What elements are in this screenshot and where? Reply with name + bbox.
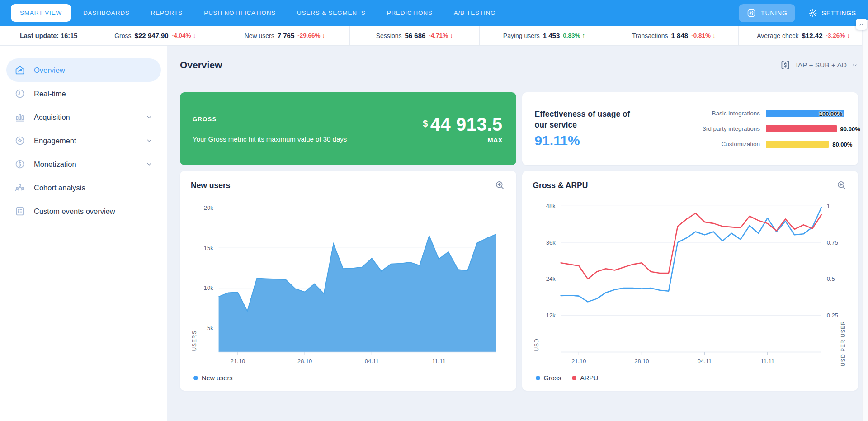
stat-item: Sessions 56 686 -4.71%↓: [349, 26, 479, 45]
legend-dot-icon: [536, 376, 540, 380]
sidebar-item-icon: [14, 64, 26, 76]
sidebar-item-icon: [14, 182, 26, 194]
effectiveness-row: 3rd party integrations 90.00%: [650, 125, 845, 132]
scrollbar-track[interactable]: [862, 20, 868, 421]
new-users-area-chart: 5k10k15k20k21.1028.1004.1111.11USERS: [191, 194, 505, 373]
stat-item: New users 7 765 -29.66%↓: [220, 26, 349, 45]
gross-arpu-chart-card: Gross & ARPU 12k24k36k48k0.250.50.75121.…: [522, 171, 859, 391]
nav-tab[interactable]: PREDICTIONS: [378, 4, 442, 22]
sidebar-item-icon: [14, 158, 26, 170]
zoom-in-icon[interactable]: [495, 180, 505, 191]
sidebar-item-label: Overview: [34, 66, 65, 75]
sidebar-item[interactable]: Engagement: [6, 129, 161, 152]
sidebar-item[interactable]: Cohort analysis: [6, 176, 161, 199]
page-title: Overview: [180, 60, 222, 71]
delta-arrow-icon: ↓: [450, 32, 453, 39]
svg-text:21.10: 21.10: [231, 358, 245, 364]
charts-row: New users 5k10k15k20k21.1028.1004.1111.1…: [180, 171, 858, 391]
sidebar-item-label: Acquisition: [34, 113, 70, 122]
nav-right: TUNING SETTINGS: [739, 4, 856, 22]
stat-delta: -4.71%↓: [429, 32, 453, 39]
sidebar: Overview Real-time Acquisition Engagemen…: [0, 46, 167, 421]
nav-tab[interactable]: SMART VIEW: [11, 4, 71, 22]
stat-item: Average check $12.42 -3.26%↓: [738, 26, 868, 45]
summary-row: GROSS Your Gross metric hit its maximum …: [180, 92, 858, 165]
nav-tab-label: PREDICTIONS: [387, 9, 433, 16]
chart-title: New users: [191, 181, 231, 190]
nav-tab[interactable]: REPORTS: [142, 4, 192, 22]
legend-item[interactable]: Gross: [536, 374, 561, 382]
stat-delta: -3.26%↓: [826, 32, 850, 39]
main-header: Overview IAP + SUB + AD: [180, 59, 858, 82]
sidebar-item[interactable]: Monetization: [6, 152, 161, 176]
chevron-down-icon[interactable]: [146, 161, 153, 168]
effectiveness-value: 91.11%: [535, 133, 639, 148]
effectiveness-bar-value: 80.00%: [832, 141, 852, 147]
stat-label: Transactions: [632, 32, 668, 39]
gross-banner-value: $44 913.5: [423, 114, 502, 135]
zoom-in-icon[interactable]: [836, 180, 847, 191]
svg-text:USD PER USER: USD PER USER: [840, 321, 846, 366]
delta-arrow-icon: ↑: [582, 32, 585, 39]
sidebar-item-label: Monetization: [34, 160, 76, 169]
stat-label: New users: [245, 32, 274, 39]
nav-tab-label: SMART VIEW: [20, 9, 62, 16]
chart-title: Gross & ARPU: [533, 181, 588, 190]
svg-text:0.75: 0.75: [826, 239, 838, 246]
main-content: Overview IAP + SUB + AD: [167, 46, 868, 421]
effectiveness-row-label: Basic integrations: [650, 110, 760, 117]
revenue-type-filter[interactable]: IAP + SUB + AD: [779, 59, 858, 71]
gross-banner-label: GROSS: [193, 116, 347, 123]
legend-item[interactable]: ARPU: [572, 374, 598, 382]
chevron-down-icon[interactable]: [146, 137, 153, 144]
settings-button[interactable]: SETTINGS: [808, 8, 856, 18]
effectiveness-bar: 100.00%: [766, 110, 844, 117]
svg-text:28.10: 28.10: [297, 358, 312, 364]
revenue-filter-label: IAP + SUB + AD: [796, 61, 847, 69]
sidebar-item-icon: [14, 111, 26, 123]
sidebar-item[interactable]: Real-time: [6, 82, 161, 105]
nav-tab-label: A/B TESTING: [454, 9, 496, 16]
tuning-label: TUNING: [761, 9, 787, 17]
sidebar-item[interactable]: Overview: [6, 58, 161, 82]
stat-label: Paying users: [503, 32, 540, 39]
stats-bar: Last update: 16:15 Gross $22 947.90 -4.0…: [0, 26, 868, 46]
stat-label: Average check: [757, 32, 798, 39]
nav-tab[interactable]: PUSH NOTIFICATIONS: [195, 4, 285, 22]
new-users-chart-card: New users 5k10k15k20k21.1028.1004.1111.1…: [180, 171, 516, 391]
svg-text:10k: 10k: [204, 284, 213, 291]
app-body: Overview Real-time Acquisition Engagemen…: [0, 46, 868, 421]
svg-text:21.10: 21.10: [571, 358, 586, 364]
svg-text:20k: 20k: [204, 204, 213, 211]
legend-label: ARPU: [580, 374, 598, 382]
dollar-brackets-icon: [779, 59, 791, 71]
effectiveness-title: Effectiveness of usage of our service: [535, 109, 639, 130]
nav-tab[interactable]: DASHBOARDS: [74, 4, 139, 22]
nav-tab[interactable]: A/B TESTING: [445, 4, 505, 22]
legend-item[interactable]: New users: [193, 374, 233, 382]
scroll-top-button[interactable]: [856, 19, 867, 30]
currency-symbol: $: [423, 118, 428, 129]
stat-value: 1 453: [543, 32, 560, 39]
stat-item: Paying users 1 453 0.83%↑: [479, 26, 609, 45]
svg-text:24k: 24k: [546, 275, 555, 282]
effectiveness-row: Customization 80.00%: [650, 141, 845, 148]
delta-arrow-icon: ↓: [847, 32, 850, 39]
tuning-button[interactable]: TUNING: [739, 4, 795, 22]
stat-delta: -4.04%↓: [172, 32, 196, 39]
nav-tab[interactable]: USERS & SEGMENTS: [288, 4, 375, 22]
sidebar-item[interactable]: Custom events overview: [6, 199, 161, 223]
gross-max-banner: GROSS Your Gross metric hit its maximum …: [180, 92, 516, 165]
svg-text:36k: 36k: [546, 239, 555, 246]
chevron-down-icon[interactable]: [146, 114, 153, 121]
svg-text:28.10: 28.10: [634, 358, 649, 364]
sidebar-item[interactable]: Acquisition: [6, 105, 161, 129]
svg-text:04.11: 04.11: [365, 358, 379, 364]
legend-label: Gross: [544, 374, 561, 382]
svg-text:0.25: 0.25: [826, 312, 838, 319]
delta-arrow-icon: ↓: [322, 32, 326, 39]
delta-arrow-icon: ↓: [193, 32, 196, 39]
svg-text:0.5: 0.5: [826, 275, 835, 282]
legend-dot-icon: [193, 376, 198, 380]
stat-delta: -0.81%↓: [691, 32, 716, 39]
